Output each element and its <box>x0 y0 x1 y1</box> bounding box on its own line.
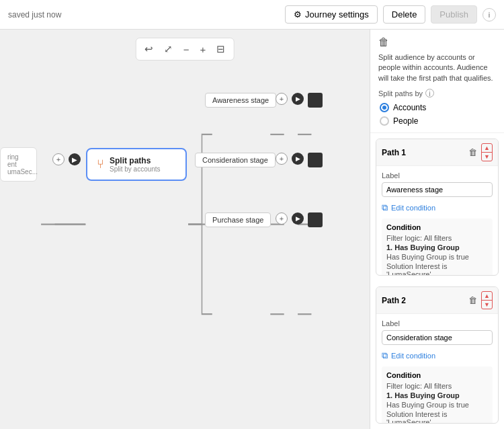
path1-title: Path 1 <box>382 148 406 157</box>
path2-condition-box: Condition Filter logic: All filters 1. H… <box>382 366 493 424</box>
fit-button[interactable]: ⤢ <box>160 41 177 57</box>
path1-label-text: Label <box>382 171 493 180</box>
partial-card-line3: umaSec... <box>7 168 30 176</box>
path1-actions: 🗑 ▲ ▼ <box>466 143 493 161</box>
path1-body: Label ⧉ Edit condition Condition Filter … <box>376 166 498 276</box>
path1-condition-box: Condition Filter logic: All filters 1. H… <box>382 219 493 276</box>
path1-condition-title: Condition <box>386 223 488 231</box>
plus-circle-2[interactable]: + <box>276 153 288 165</box>
info-icon-small: i <box>425 89 434 98</box>
path1-label-input[interactable] <box>382 182 493 197</box>
undo-button[interactable]: ↩ <box>140 41 157 57</box>
partial-card-line2: ent <box>7 161 30 168</box>
filter-icon-1: ⧉ <box>382 202 388 213</box>
path1-panel: Path 1 🗑 ▲ ▼ Label ⧉ Edit condition C <box>376 139 499 276</box>
grid-button[interactable]: ⊟ <box>212 41 229 57</box>
panel-description: Split audience by accounts or people wit… <box>378 52 496 83</box>
path2-edit-condition-button[interactable]: ⧉ Edit condition <box>382 350 435 361</box>
split-paths-node[interactable]: ⑂ Split paths Split by accounts <box>86 148 187 181</box>
partial-card: ring ent umaSec... <box>0 147 37 182</box>
path2-actions: 🗑 ▲ ▼ <box>466 291 493 309</box>
delete-button[interactable]: Delete <box>383 5 426 24</box>
path1-step1: 1. Has Buying Group <box>386 243 488 251</box>
path1-edit-condition-button[interactable]: ⧉ Edit condition <box>382 202 435 213</box>
path2-trash-button[interactable]: 🗑 <box>466 294 480 307</box>
path2-label-input[interactable] <box>382 330 493 345</box>
arrow-2: ▶ <box>292 153 304 165</box>
partial-card-line1: ring <box>7 153 30 161</box>
path2-filter-logic: Filter logic: All filters <box>386 382 488 390</box>
filter-icon-2: ⧉ <box>382 350 388 361</box>
settings-icon: ⚙ <box>294 9 302 20</box>
panel-header: 🗑 Split audience by accounts or people w… <box>370 30 504 133</box>
flow-svg <box>0 30 370 429</box>
path2-panel: Path 2 🗑 ▲ ▼ Label ⧉ Edit condition C <box>376 286 499 424</box>
canvas[interactable]: ↩ ⤢ − + ⊟ <box>0 30 370 429</box>
journey-settings-button[interactable]: ⚙ Journey settings <box>285 5 378 24</box>
path1-trash-button[interactable]: 🗑 <box>466 146 480 159</box>
path2-label-text: Label <box>382 319 493 327</box>
topbar-actions: ⚙ Journey settings Delete Publish i <box>285 5 496 24</box>
plus-circle-1[interactable]: + <box>276 93 288 105</box>
path2-reorder-buttons: ▲ ▼ <box>481 291 493 309</box>
right-panel: 🗑 Split audience by accounts or people w… <box>370 30 504 429</box>
path2-up-button[interactable]: ▲ <box>482 292 492 301</box>
path-label-consideration: Consideration stage <box>195 153 276 167</box>
path2-condition-title: Condition <box>386 371 488 379</box>
arrow-3: ▶ <box>292 212 304 225</box>
path1-detail1: Has Buying Group is true <box>386 253 488 261</box>
split-icon: ⑂ <box>97 157 104 171</box>
path-label-awareness: Awareness stage <box>205 93 276 108</box>
path2-step1: 1. Has Buying Group <box>386 391 488 399</box>
radio-accounts[interactable]: Accounts <box>380 103 496 112</box>
stop-1 <box>308 93 323 108</box>
path1-filter-logic: Filter logic: All filters <box>386 234 488 242</box>
split-node-title: Split paths <box>110 156 161 165</box>
path2-detail2: Solution Interest is 'LumaSecure' <box>386 410 488 424</box>
path1-header: Path 1 🗑 ▲ ▼ <box>376 139 498 166</box>
path2-header: Path 2 🗑 ▲ ▼ <box>376 287 498 314</box>
plus-circle-3[interactable]: + <box>276 212 288 225</box>
topbar: saved just now ⚙ Journey settings Delete… <box>0 0 504 30</box>
canvas-toolbar: ↩ ⤢ − + ⊟ <box>136 38 235 61</box>
path1-reorder-buttons: ▲ ▼ <box>481 143 493 161</box>
saved-status: saved just now <box>8 10 61 20</box>
path1-down-button[interactable]: ▼ <box>482 153 492 161</box>
path1-detail2: Solution Interest is 'LumaSecure' <box>386 262 488 276</box>
path2-body: Label ⧉ Edit condition Condition Filter … <box>376 314 498 424</box>
main-content: ↩ ⤢ − + ⊟ <box>0 30 504 429</box>
path2-title: Path 2 <box>382 296 406 305</box>
radio-accounts-dot <box>380 103 389 112</box>
path2-down-button[interactable]: ▼ <box>482 301 492 309</box>
radio-people-dot <box>380 116 389 126</box>
panel-trash-icon[interactable]: 🗑 <box>378 36 389 48</box>
stop-3 <box>308 212 323 227</box>
path1-up-button[interactable]: ▲ <box>482 144 492 153</box>
path-label-purchase: Purchase stage <box>205 212 271 227</box>
split-paths-by-label: Split paths by i <box>378 89 496 98</box>
split-node-subtitle: Split by accounts <box>110 165 161 173</box>
stop-2 <box>308 153 323 167</box>
radio-people[interactable]: People <box>380 116 496 126</box>
zoom-in-button[interactable]: + <box>196 41 210 57</box>
info-icon[interactable]: i <box>482 8 496 22</box>
zoom-out-button[interactable]: − <box>179 41 194 57</box>
arrow-circle-left: ▶ <box>69 153 81 165</box>
arrow-1: ▶ <box>292 93 304 105</box>
path2-detail1: Has Buying Group is true <box>386 401 488 409</box>
publish-button[interactable]: Publish <box>431 5 477 24</box>
connector-circle-left[interactable]: + <box>52 153 65 165</box>
radio-group: Accounts People <box>378 103 496 126</box>
